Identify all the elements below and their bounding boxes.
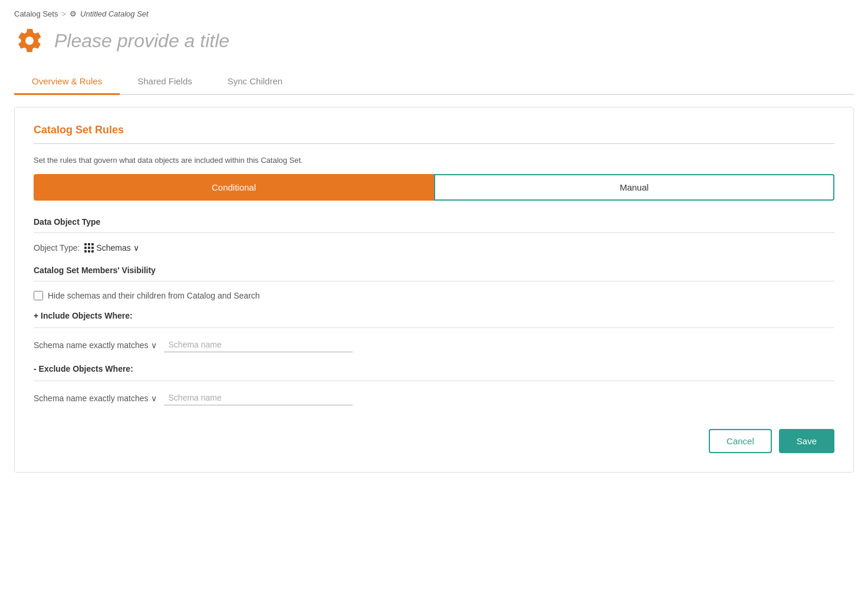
exclude-section: - Exclude Objects Where: Schema name exa…: [34, 359, 834, 405]
manual-toggle-btn[interactable]: Manual: [434, 174, 834, 201]
breadcrumb-current: Untitled Catalog Set: [80, 9, 149, 18]
include-filter-chevron-icon: ∨: [151, 340, 157, 350]
breadcrumb-parent[interactable]: Catalog Sets: [14, 9, 58, 18]
tabs-container: Overview & Rules Shared Fields Sync Chil…: [14, 70, 854, 95]
breadcrumb: Catalog Sets > ⚙ Untitled Catalog Set: [14, 9, 854, 18]
rule-type-toggle: Conditional Manual: [34, 174, 834, 201]
action-buttons: Cancel Save: [34, 429, 834, 453]
include-filter-type-label: Schema name exactly matches: [34, 340, 149, 350]
include-objects-label: + Include Objects Where:: [34, 311, 133, 320]
exclude-filter-chevron-icon: ∨: [151, 394, 157, 403]
exclude-objects-label: - Exclude Objects Where:: [34, 364, 133, 373]
tab-sync-children[interactable]: Sync Children: [210, 70, 300, 95]
hide-schemas-checkbox[interactable]: [34, 291, 43, 300]
exclude-header: - Exclude Objects Where:: [34, 359, 834, 376]
page-title: Please provide a title: [54, 30, 229, 52]
visibility-heading: Catalog Set Members' Visibility: [34, 263, 834, 275]
catalog-set-rules-title: Catalog Set Rules: [34, 124, 834, 136]
include-header: + Include Objects Where:: [34, 306, 834, 323]
include-filter-input[interactable]: [164, 338, 353, 352]
chevron-down-icon: ∨: [133, 243, 139, 253]
breadcrumb-separator: >: [61, 9, 66, 18]
grid-icon: [84, 243, 94, 253]
exclude-filter-row: Schema name exactly matches ∨: [34, 391, 834, 405]
cancel-button[interactable]: Cancel: [709, 429, 772, 453]
tab-overview-rules[interactable]: Overview & Rules: [14, 70, 120, 95]
include-section: + Include Objects Where: Schema name exa…: [34, 306, 834, 352]
content-area: Catalog Set Rules Set the rules that gov…: [14, 107, 854, 473]
page-header: Please provide a title: [14, 25, 854, 56]
include-filter-type-select[interactable]: Schema name exactly matches ∨: [34, 340, 159, 350]
visibility-checkbox-row: Hide schemas and their children from Cat…: [34, 291, 834, 300]
rules-description: Set the rules that govern what data obje…: [34, 156, 834, 165]
exclude-filter-input[interactable]: [164, 391, 353, 405]
object-type-row: Object Type: Schemas ∨: [34, 243, 834, 253]
hide-schemas-label: Hide schemas and their children from Cat…: [48, 291, 260, 300]
gear-icon: ⚙: [70, 9, 77, 18]
object-type-value: Schemas: [96, 243, 130, 253]
tab-shared-fields[interactable]: Shared Fields: [120, 70, 210, 95]
exclude-filter-type-label: Schema name exactly matches: [34, 394, 149, 403]
header-gear-icon: [14, 25, 45, 56]
include-filter-row: Schema name exactly matches ∨: [34, 338, 834, 352]
exclude-filter-type-select[interactable]: Schema name exactly matches ∨: [34, 394, 159, 403]
data-object-type-heading: Data Object Type: [34, 215, 834, 227]
object-type-select[interactable]: Schemas ∨: [84, 243, 139, 253]
visibility-section: Catalog Set Members' Visibility Hide sch…: [34, 263, 834, 300]
save-button[interactable]: Save: [779, 429, 834, 453]
object-type-label: Object Type:: [34, 243, 80, 253]
conditional-toggle-btn[interactable]: Conditional: [34, 174, 434, 201]
